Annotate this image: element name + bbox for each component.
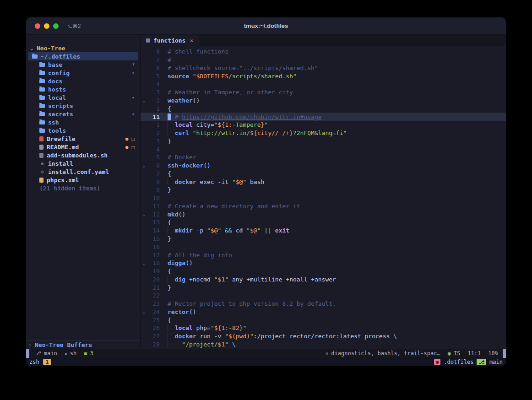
zoom-button[interactable] [53,23,59,29]
code-lines[interactable]: 8# shell functions7#6# shellcheck source… [141,46,506,349]
code-segment: { [168,170,171,177]
editor-pane: functions × 8# shell functions7#6# shell… [141,35,506,349]
neo-tree-sidebar: ⌄ Neo-Tree ~/.dotfilesbase?config•docsho… [26,35,141,349]
tree-item-base[interactable]: base? [28,60,138,69]
code-line[interactable]: 10 [141,194,506,202]
code-line[interactable]: 4 [141,145,506,153]
code-line[interactable]: 6# shellcheck source="../scripts/shared.… [141,64,506,72]
code-line[interactable]: 16 [141,243,506,251]
tree-item-label: phpcs.xml [47,177,79,184]
fold-icon[interactable]: ⌄ [141,309,148,315]
code-segment: ▏ [168,324,175,331]
tree-item-config[interactable]: config• [28,69,138,77]
code-text: ▏ dig +nocmd "$1" any +multiline +noall … [168,276,336,283]
tree-item-docs[interactable]: docs [28,77,138,85]
tree-item-readme.md[interactable]: README.md●□ [28,143,138,151]
fold-icon[interactable]: ⌄ [141,211,148,217]
neo-tree-buffers-header[interactable]: › Neo-Tree Buffers [26,341,140,349]
tree-item-local[interactable]: local• [28,93,138,102]
code-line[interactable]: 1▏ local city="${1:-Tampere}" [141,121,506,129]
tree-item-ssh[interactable]: ssh [28,118,138,126]
tree-item--.dotfiles[interactable]: ~/.dotfiles [28,52,138,60]
code-line[interactable]: 5source "$DOTFILES/scripts/shared.sh" [141,72,506,80]
code-line[interactable]: 5# Docker [141,153,506,162]
titlebar[interactable]: ⌥⌘2 tmux:~/.dotfiles [26,17,506,35]
tree-item-hosts[interactable]: hosts [28,85,138,93]
code-segment: $@ [211,227,218,234]
code-segment: () [178,211,185,218]
code-line[interactable]: 3# Weather in Tampere, or other city [141,88,506,97]
code-line[interactable]: 2▏ curl "http://wttr.in/${city// /+}?2nF… [141,129,506,137]
code-line[interactable]: 26▏ local php="${1:-82}" [141,324,506,332]
folder-icon [39,96,45,100]
code-line[interactable]: 23# Rector project to php version 8.2 by… [141,300,506,308]
code-line[interactable]: 21} [141,283,506,292]
tree-item-label: config [48,70,70,76]
code-line[interactable]: 3} [141,137,506,145]
code-line[interactable]: ⌄6ssh-docker() [141,162,506,170]
code-line[interactable]: 13{ [141,218,506,227]
diff-added-count: 3 [90,350,93,357]
code-line[interactable]: ⌄2weather() [141,97,506,105]
close-button[interactable] [35,23,40,29]
code-segment: $DOTFILES [196,73,228,80]
tree-item-tools[interactable]: tools [28,126,138,135]
code-line[interactable]: 22 [141,292,506,300]
git-status-badges: ●□ [125,144,135,150]
tree-item-secrets[interactable]: secrets• [28,110,138,118]
code-segment: exec -it [196,178,232,185]
statusline-left: ⎇ main ▪ sh ⊞ 3 [35,350,93,357]
close-icon[interactable]: × [190,37,193,44]
code-segment: $@ [236,178,243,185]
tab-functions[interactable]: functions × [141,35,199,46]
code-line[interactable]: 4 [141,80,506,88]
code-line[interactable]: 20▏ dig +nocmd "$1" any +multiline +noal… [141,275,506,283]
code-line[interactable]: 15} [141,235,506,243]
code-segment [232,227,236,234]
code-text: ▏ mkdir -p "$@" && cd "$@" || exit [168,227,289,234]
code-text: digga() [168,259,193,266]
line-number: 21 [148,284,160,291]
code-line[interactable]: 28▏ "/project/$1" \ [141,341,506,349]
code-line[interactable]: 11# Create a new directory and enter it [141,202,506,211]
tree-item-label: install.conf.yaml [48,168,109,175]
code-line[interactable]: 27▏ docker run -v "$(pwd)":/project rect… [141,332,506,341]
tree-item-install[interactable]: ✱install [28,159,138,168]
code-line[interactable]: 17# All the dig info [141,251,506,259]
git-status-badge: □ [131,144,135,150]
code-line[interactable]: 8# shell functions [141,48,506,56]
git-status-badge: • [131,95,135,101]
tree-item-install.conf.yaml[interactable]: ⚙install.conf.yaml [28,168,138,176]
code-line[interactable]: 7# [141,56,506,64]
tree-item-label: base [48,61,62,68]
code-text: ▏ "/project/$1" \ [168,341,236,348]
code-text: { [168,317,171,324]
tree-item-brewfile[interactable]: Brewfile●□ [28,135,138,143]
folder-icon [39,63,45,67]
minimize-button[interactable] [44,23,49,29]
code-line[interactable]: 19{ [141,267,506,276]
folder-open-icon [32,54,38,59]
tree-item-label: hosts [48,86,66,93]
code-line[interactable]: ⌄24rector() [141,308,506,316]
tree-item--21-hidden-items-[interactable]: (21 hidden items) [28,184,138,192]
neo-tree-header[interactable]: ⌄ Neo-Tree [28,44,138,52]
tree-item-scripts[interactable]: scripts [28,102,138,110]
fold-icon[interactable]: ⌄ [141,97,148,103]
code-line[interactable]: ⌄18digga() [141,259,506,267]
code-line[interactable]: 8▏ docker exec -it "$@" bash [141,178,506,186]
tmux-window-badge[interactable]: 1 [43,359,52,365]
line-number: 9 [148,186,160,193]
fold-icon[interactable]: ⌄ [141,260,148,266]
code-line[interactable]: ⌄12mkd() [141,210,506,218]
code-line[interactable]: 9} [141,186,506,194]
code-segment: dig [175,276,185,283]
tree-item-add-submodules.sh[interactable]: add-submodules.sh [28,151,138,159]
code-line[interactable]: 11 # https://github.com/chubin/wttr.in#u… [141,113,506,121]
code-line[interactable]: 7{ [141,169,506,178]
code-line[interactable]: 14▏ mkdir -p "$@" && cd "$@" || exit [141,227,506,235]
code-line[interactable]: 1{ [141,104,506,113]
code-line[interactable]: 25{ [141,316,506,324]
fold-icon[interactable]: ⌄ [141,162,148,168]
tree-item-phpcs.xml[interactable]: phpcs.xml [28,176,138,184]
